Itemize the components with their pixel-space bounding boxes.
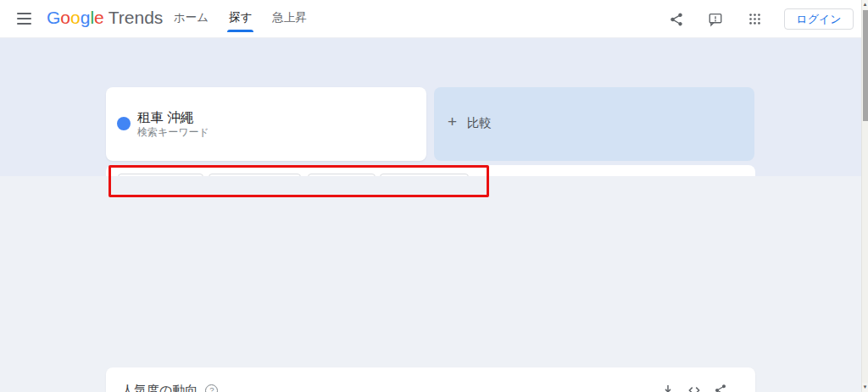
- results-section: 人気度の動向 ? 2550751002024/12/082024/12/1820…: [0, 176, 868, 392]
- tab-explore[interactable]: 探す: [227, 0, 253, 37]
- tab-trending[interactable]: 急上昇: [270, 0, 309, 37]
- apps-grid-icon[interactable]: [745, 10, 764, 29]
- chart-title: 人気度の動向: [121, 383, 198, 392]
- page-scrollbar[interactable]: ▲ ▼: [861, 0, 868, 392]
- share-icon[interactable]: [711, 381, 730, 392]
- logo-letter: g: [81, 8, 91, 27]
- chart-actions: [659, 381, 730, 392]
- header-actions: ログイン: [667, 0, 854, 38]
- scroll-down-arrow[interactable]: ▼: [862, 383, 868, 392]
- logo-letter: e: [94, 8, 104, 27]
- help-icon[interactable]: ?: [205, 384, 218, 392]
- logo-letter: G: [47, 8, 60, 27]
- main-nav: ホーム 探す 急上昇: [172, 0, 309, 37]
- search-term-type-label: 検索キーワード: [137, 125, 209, 140]
- scroll-up-arrow[interactable]: ▲: [862, 0, 868, 9]
- google-trends-page: GoogleTrends ホーム 探す 急上昇 ログイン 租車 沖繩 検索キーワ…: [0, 0, 868, 392]
- series-color-dot: [117, 117, 131, 130]
- plus-icon: +: [448, 113, 457, 131]
- google-trends-logo[interactable]: GoogleTrends: [47, 8, 163, 28]
- compare-label: 比較: [467, 115, 492, 131]
- explore-controls-section: 租車 沖繩 検索キーワード + 比較 すべての国 ▾ 過去 30 日間 ▾ 旅行…: [0, 38, 868, 176]
- chart-card-header: 人気度の動向 ?: [121, 380, 740, 392]
- scrollbar-thumb[interactable]: [863, 10, 868, 121]
- logo-letter: o: [70, 8, 81, 27]
- menu-icon[interactable]: [15, 11, 34, 26]
- download-icon[interactable]: [659, 381, 677, 392]
- feedback-icon[interactable]: [706, 10, 725, 29]
- share-icon[interactable]: [667, 10, 686, 29]
- tab-home[interactable]: ホーム: [172, 0, 210, 37]
- logo-letter: o: [60, 8, 70, 27]
- app-header: GoogleTrends ホーム 探す 急上昇 ログイン: [0, 0, 868, 38]
- logo-product-name: Trends: [108, 8, 164, 27]
- login-button[interactable]: ログイン: [784, 8, 854, 30]
- search-term-text: 租車 沖繩: [137, 109, 193, 127]
- embed-code-icon[interactable]: [685, 381, 704, 392]
